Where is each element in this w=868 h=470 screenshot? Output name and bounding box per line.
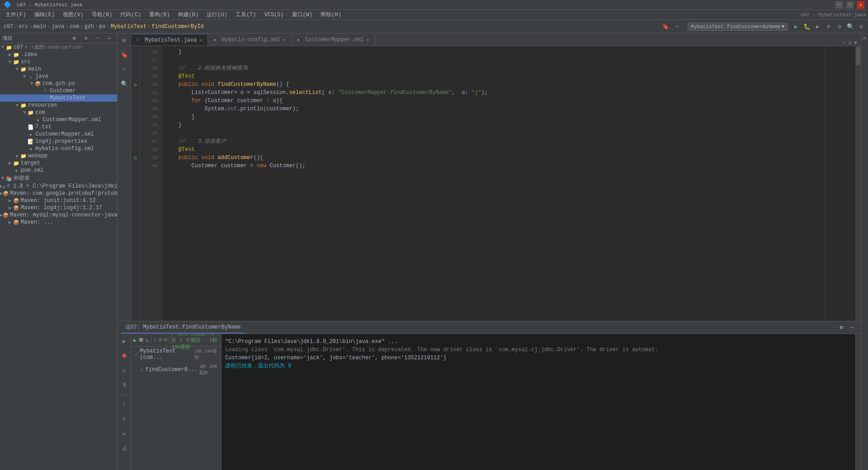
menu-view[interactable]: 视图(V) [59,10,87,19]
expand-arrow[interactable]: ▶ [7,205,13,211]
run-sidebar-findcustomer[interactable]: ✓ findCustomerB... 1秒 196毫秒 [131,362,221,377]
tree-item-mybatis-config[interactable]: ▶ ✦ mybatis-config.xml [0,145,117,152]
editor-scrollbar[interactable] [855,46,861,321]
expand-arrow[interactable]: ▼ [0,176,5,181]
tab-close-mybatis-config[interactable]: ✕ [283,37,286,42]
tree-item-external-libs[interactable]: ▼ 📚 外部库 [0,174,117,183]
run-tb-sort[interactable]: ≡ [164,335,168,345]
tree-item-idea[interactable]: ▶ 📁 .idea [0,51,117,58]
expand-arrow[interactable]: ▶ [7,160,13,166]
expand-arrow[interactable]: ▶ [14,153,20,159]
left-icon-todo[interactable]: ✎ [119,64,130,75]
tab-close-mybatistest[interactable]: ✕ [199,38,202,43]
sidebar-expand[interactable]: ≡ [81,33,91,43]
tab-customermapper[interactable]: ✦ CustomerMapper.xml ✕ [292,34,375,46]
tree-item-7txt[interactable]: ▶ 📄 7.txt [0,123,117,131]
expand-arrow[interactable]: ▶ [7,198,13,203]
tree-item-java[interactable]: ▼ ☕ java [0,73,117,80]
tab-mybatis-config[interactable]: ✦ mybatis-config.xml ✕ [208,34,292,46]
breadcrumb-method[interactable]: findCustomerById [151,24,203,30]
left-icon-bookmark[interactable]: 🔖 [119,50,130,61]
run-filter-icon[interactable]: ≡ [119,414,130,425]
run-wrap-icon[interactable]: ⇆ [119,428,130,439]
sidebar-collapse[interactable]: − [93,33,103,43]
gutter-39[interactable]: ↻ [131,154,140,162]
tree-item-resources[interactable]: ▼ 📁 resources [0,102,117,109]
sidebar-gear[interactable]: ⋯ [104,33,114,43]
menu-window[interactable]: 窗口(W) [288,10,316,19]
tree-item-target[interactable]: ▶ 📁 target [0,160,117,167]
tree-item-log4j[interactable]: ▶ 📝 log4j.properties [0,138,117,145]
right-icon-maven[interactable]: M [862,35,868,42]
expand-arrow[interactable]: ▶ [7,220,13,225]
tree-item-c07[interactable]: ▼ 📁 c07 F:\成图\JAVA\c07\c07 [0,43,117,51]
expand-arrow[interactable]: ▼ [14,67,20,72]
scrollbar-thumb[interactable] [856,47,860,65]
tree-item-customer[interactable]: ▶ C Customer [0,87,117,94]
tree-item-customermapper-xml-res[interactable]: ▶ ✦ CustomerMapper.xml [0,116,117,123]
expand-arrow[interactable]: ▼ [22,74,27,79]
minimize-button[interactable]: ─ [835,1,843,9]
tree-item-src[interactable]: ▼ 📁 src [0,58,117,66]
settings-button[interactable]: ⚙ [856,22,866,32]
breadcrumb-java[interactable]: java [52,24,65,30]
run-pause-icon[interactable]: ⏸ [119,379,130,390]
run-tb-restart[interactable]: ↻ [145,335,150,345]
left-icon-find[interactable]: 🔍 [119,79,130,89]
run-tb-filter[interactable]: ≡ [158,335,163,345]
tree-item-main[interactable]: ▼ 📁 main [0,66,117,73]
breadcrumb-src[interactable]: src [19,24,28,30]
run-tb-play[interactable]: ▶ [133,335,137,345]
run-tab-active[interactable]: 运行: MybatisTest.findCustomerByName [121,321,245,334]
run-scroll-icon[interactable]: ↕ [119,400,130,410]
run-coverage[interactable]: ▶ [813,22,823,32]
tree-item-more-libs[interactable]: ▶ 📦 Maven: ... [0,219,117,226]
profile-button[interactable]: ⊕ [824,22,834,32]
tree-item-webapp[interactable]: ▶ 📁 webapp [0,152,117,160]
debug-button[interactable]: 🐛 [802,22,812,32]
tree-item-pom[interactable]: ▶ ✦ pom.xml [0,167,117,174]
maximize-button[interactable]: □ [846,1,854,9]
expand-arrow[interactable]: ▼ [22,110,27,115]
title-bar-controls[interactable]: ─ □ ✕ [835,1,864,9]
tree-item-com-gzh-po[interactable]: ▼ 📦 com.gzh.po [0,80,117,87]
tab-mybatistest[interactable]: C MybatisTest.java ✕ [131,34,208,46]
run-print-icon[interactable]: 🖨 [119,443,130,454]
menu-edit[interactable]: 编辑(E) [31,10,59,19]
expand-arrow[interactable]: ▼ [14,103,20,108]
expand-arrow[interactable]: ▼ [29,81,34,86]
tree-item-log4j-lib[interactable]: ▶ 📦 Maven: log4j:log4j:1.2.17 [0,204,117,212]
menu-tools[interactable]: 工具(T) [232,10,260,19]
menu-refactor[interactable]: 重构(B) [146,10,174,19]
breadcrumb-com[interactable]: com [70,24,80,30]
menu-code[interactable]: 代码(C) [117,10,145,19]
tree-item-junit[interactable]: ▶ 📦 Maven: junit:junit:4.12 [0,197,117,204]
breadcrumb-mybatistest[interactable]: MybatisTest [111,24,146,30]
breadcrumb-c07[interactable]: c07 [4,24,14,30]
menu-navigate[interactable]: 导航(N) [88,10,116,19]
run-stop-icon[interactable]: ⏹ [119,350,130,361]
run-restart-icon[interactable]: ↻ [119,365,130,376]
menu-run[interactable]: 运行(U) [203,10,231,19]
run-button[interactable]: ▶ [791,22,801,32]
tree-item-mysql[interactable]: ▶ 📦 Maven: mysql:mysql-connector-java:8.… [0,212,117,219]
run-sidebar-mybatistest[interactable]: ✓ MybatisTest (com... 1秒 196毫秒 [131,347,221,362]
run-config-dropdown[interactable]: MybatisTest.findCustomerByName ▼ [688,23,788,31]
expand-arrow[interactable]: ▼ [7,60,13,65]
run-panel-minimize[interactable]: − [847,323,857,333]
tab-close-customermapper[interactable]: ✕ [367,37,369,42]
tree-item-com[interactable]: ▼ 📁 com [0,109,117,116]
run-tb-expand[interactable]: ↕ [153,335,157,345]
search-button[interactable]: 🔍 [845,22,855,32]
run-panel-gear[interactable]: ⚙ [836,323,846,333]
expand-arrow[interactable]: ▼ [0,45,5,50]
menu-file[interactable]: 文件(F) [2,10,30,19]
menu-build[interactable]: 构建(B) [175,10,203,19]
breadcrumb-gzh[interactable]: gzh [84,24,94,30]
run-play-icon[interactable]: ▶ [119,336,130,347]
menu-help[interactable]: 帮助(H) [317,10,345,19]
tree-item-customermapper-xml[interactable]: ▶ ✦ CustomerMapper.xml [0,131,117,138]
tree-item-jdk[interactable]: ▶ ☕ < 1.8 > C:\Program Files\Java\jdk1.8… [0,183,117,190]
expand-arrow[interactable]: ▶ [7,52,13,57]
toolbar-bookmark[interactable]: 🔖 [660,22,670,32]
